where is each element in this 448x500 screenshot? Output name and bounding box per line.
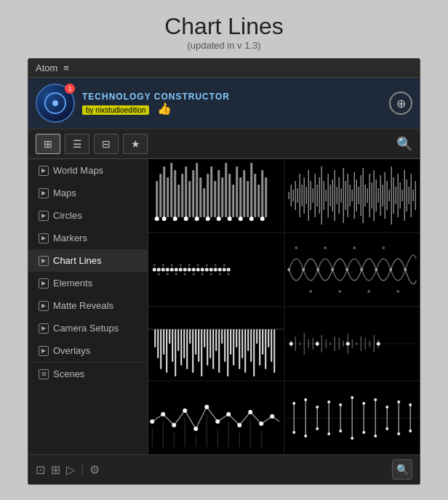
bottom-btn-settings[interactable]: ⚙ bbox=[89, 463, 100, 477]
svg-point-129 bbox=[197, 265, 199, 267]
grid-cell-3[interactable] bbox=[148, 233, 284, 306]
svg-rect-164 bbox=[180, 329, 182, 366]
grid-cell-7[interactable] bbox=[148, 382, 284, 454]
app-window: Atom ≡ 1 TECHNOLOGY CONSTRUCTOR by nixst… bbox=[28, 58, 420, 485]
page-title: Chart Lines bbox=[164, 13, 284, 40]
svg-rect-8 bbox=[185, 166, 187, 217]
svg-point-149 bbox=[338, 290, 341, 293]
top-bar: Atom ≡ bbox=[28, 59, 420, 78]
svg-point-144 bbox=[389, 268, 392, 271]
svg-point-231 bbox=[237, 423, 241, 427]
sidebar-item-overlays[interactable]: ▶ Overlays bbox=[28, 339, 148, 362]
svg-point-114 bbox=[209, 268, 213, 272]
sidebar-item-markers[interactable]: ▶ Markers bbox=[28, 227, 148, 249]
svg-point-269 bbox=[351, 437, 353, 440]
chart-svg-6 bbox=[285, 307, 420, 380]
sidebar-item-elements[interactable]: ▶ Elements bbox=[28, 272, 148, 294]
grid-cell-5[interactable] bbox=[148, 307, 284, 380]
svg-rect-26 bbox=[250, 163, 252, 217]
sidebar-item-chart-lines[interactable]: ▶ Chart Lines bbox=[28, 249, 148, 272]
header-like-icon[interactable]: 👍 bbox=[157, 102, 172, 115]
svg-point-278 bbox=[409, 403, 412, 406]
search-button[interactable]: 🔍 bbox=[396, 136, 412, 152]
svg-point-123 bbox=[171, 265, 173, 267]
sidebar-scenes[interactable]: ⊞ Scenes bbox=[28, 362, 148, 385]
sidebar-item-label: Chart Lines bbox=[53, 255, 101, 266]
svg-point-258 bbox=[292, 402, 295, 405]
svg-point-120 bbox=[158, 273, 160, 275]
bottom-btn-sidebar[interactable]: ⊡ bbox=[36, 463, 45, 477]
svg-point-272 bbox=[374, 398, 377, 401]
chart-svg-7 bbox=[148, 382, 284, 454]
bottom-bar: ⊡ ⊞ ▷ | ⚙ 🔍 bbox=[28, 454, 420, 484]
topbar-title: Atom bbox=[36, 62, 57, 73]
svg-rect-185 bbox=[241, 329, 243, 358]
svg-point-107 bbox=[179, 268, 183, 272]
svg-rect-19 bbox=[225, 163, 227, 217]
grid-cell-1[interactable] bbox=[148, 159, 284, 232]
sidebar-item-circles[interactable]: ▶ Circles bbox=[28, 204, 148, 227]
svg-point-261 bbox=[304, 435, 307, 438]
svg-rect-177 bbox=[218, 329, 220, 373]
svg-rect-21 bbox=[232, 185, 234, 217]
svg-rect-9 bbox=[188, 181, 191, 217]
svg-rect-173 bbox=[207, 329, 208, 366]
svg-rect-169 bbox=[195, 329, 196, 355]
svg-point-225 bbox=[172, 423, 176, 427]
grid-cell-4[interactable] bbox=[285, 233, 420, 306]
sidebar-item-maps[interactable]: ▶ Maps bbox=[28, 182, 148, 204]
sidebar-item-label: Camera Setups bbox=[53, 323, 119, 334]
bottom-btn-play[interactable]: ▷ bbox=[66, 463, 75, 477]
svg-point-147 bbox=[309, 290, 312, 293]
grid-cell-6[interactable] bbox=[285, 307, 420, 380]
bottom-left-controls: ⊡ ⊞ ▷ | ⚙ bbox=[36, 463, 100, 477]
app-icon: 1 bbox=[36, 84, 75, 123]
grid-cell-8[interactable] bbox=[285, 382, 420, 454]
svg-rect-29 bbox=[261, 170, 263, 217]
svg-point-115 bbox=[214, 268, 217, 272]
svg-point-39 bbox=[239, 217, 243, 221]
bottom-action-button[interactable]: 🔍 bbox=[392, 459, 412, 480]
svg-rect-166 bbox=[186, 329, 188, 369]
sidebar-item-world-maps[interactable]: ▶ World Maps bbox=[28, 159, 148, 182]
svg-point-101 bbox=[153, 268, 156, 272]
header-action-button[interactable]: ⊕ bbox=[389, 92, 412, 115]
svg-point-227 bbox=[193, 427, 198, 431]
svg-rect-162 bbox=[175, 329, 176, 376]
toolbar-btn-list[interactable]: ☰ bbox=[65, 134, 89, 154]
sidebar-item-camera-setups[interactable]: ▶ Camera Setups bbox=[28, 317, 148, 339]
sidebar-item-matte-reveals[interactable]: ▶ Matte Reveals bbox=[28, 294, 148, 317]
svg-rect-5 bbox=[174, 170, 176, 217]
toolbar-btn-grid[interactable]: ⊞ bbox=[36, 134, 60, 154]
bottom-btn-grid[interactable]: ⊞ bbox=[51, 463, 60, 477]
svg-point-232 bbox=[248, 410, 252, 414]
svg-rect-4 bbox=[170, 163, 172, 217]
toolbar-btn-detail[interactable]: ⊟ bbox=[94, 134, 119, 154]
svg-point-153 bbox=[396, 290, 399, 293]
svg-point-260 bbox=[304, 398, 307, 401]
menu-icon[interactable]: ≡ bbox=[63, 62, 69, 73]
svg-rect-3 bbox=[167, 177, 169, 217]
crosshair-icon: ⊕ bbox=[396, 97, 406, 110]
svg-point-143 bbox=[375, 268, 377, 271]
svg-rect-17 bbox=[217, 170, 220, 217]
header-author: by nixstudioedition bbox=[82, 105, 149, 115]
svg-point-271 bbox=[362, 431, 365, 434]
svg-rect-157 bbox=[160, 329, 161, 369]
svg-rect-193 bbox=[265, 329, 266, 369]
svg-point-111 bbox=[196, 268, 200, 272]
svg-point-273 bbox=[374, 435, 377, 438]
svg-point-264 bbox=[327, 400, 330, 403]
toolbar-btn-star[interactable]: ★ bbox=[123, 134, 148, 154]
svg-point-116 bbox=[218, 268, 222, 272]
svg-point-136 bbox=[228, 273, 230, 275]
svg-point-130 bbox=[201, 273, 204, 275]
svg-point-279 bbox=[409, 430, 412, 432]
svg-rect-11 bbox=[196, 163, 198, 217]
svg-point-222 bbox=[376, 342, 380, 346]
svg-rect-28 bbox=[257, 185, 260, 217]
grid-cell-2[interactable] bbox=[285, 159, 420, 232]
svg-point-32 bbox=[162, 217, 167, 221]
sidebar-item-icon: ▶ bbox=[39, 278, 49, 289]
svg-point-265 bbox=[327, 432, 330, 435]
